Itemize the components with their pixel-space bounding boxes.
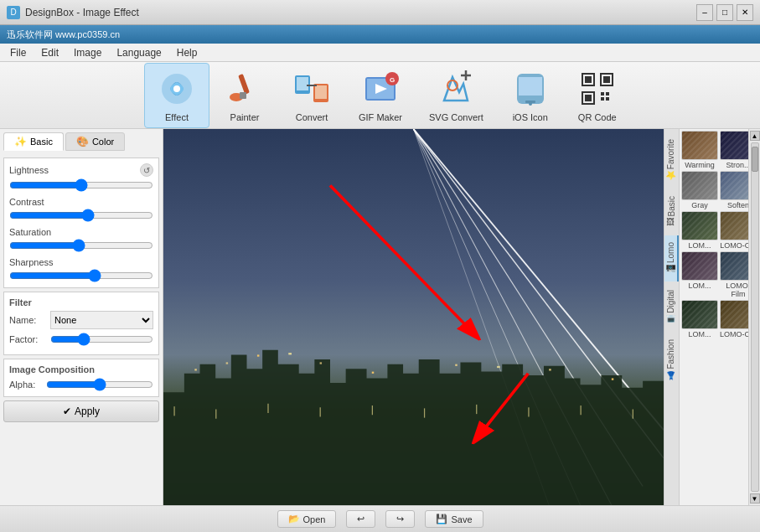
filter-factor-slider[interactable] (50, 333, 153, 346)
scrollbar: ▲ ▼ (748, 129, 760, 505)
main-content: ✨ Basic 🎨 Color Lightness ↺ Contrast (0, 129, 760, 505)
thumb-lomo-film-img (720, 251, 748, 281)
svg-rect-48 (320, 407, 321, 416)
minimize-button[interactable]: – (696, 4, 713, 21)
svg-rect-6 (297, 77, 308, 90)
menu-file[interactable]: File (3, 45, 33, 60)
gif-maker-icon: G (360, 69, 401, 109)
filter-section: Filter Name: None Blur Sharpen Edge Embo… (3, 292, 159, 355)
lightness-slider[interactable] (9, 178, 153, 192)
app-icon: D (7, 6, 20, 19)
toolbar-qr-code[interactable]: QR Code (566, 64, 629, 127)
thumb-strong-label: Stron... (726, 161, 748, 169)
toolbar-ios-label: iOS Icon (513, 112, 548, 122)
basic-cat-icon: 🖼 (666, 219, 676, 227)
watermark-text: 迅乐软件网 www.pc0359.cn (7, 28, 120, 41)
undo-button[interactable]: ↩ (346, 510, 375, 528)
toolbar-gif-label: GIF Maker (359, 112, 402, 122)
canvas-image[interactable] (163, 129, 664, 505)
fashion-cat-icon: 👗 (666, 371, 675, 381)
alpha-slider[interactable] (46, 378, 153, 391)
svg-line-34 (414, 129, 550, 505)
lightness-reset[interactable]: ↺ (140, 163, 153, 177)
cat-tab-fashion[interactable]: 👗 Fashion (664, 333, 679, 388)
cat-tab-basic[interactable]: 🖼 Basic (664, 189, 680, 233)
thumb-lomo-o-img (720, 300, 748, 329)
apply-button[interactable]: ✔ Apply (3, 400, 159, 422)
undo-icon: ↩ (357, 514, 364, 524)
thumb-lom2[interactable]: LOM... (681, 251, 718, 298)
toolbar-svg-convert[interactable]: SVG Convert (417, 64, 495, 127)
menu-language[interactable]: Language (110, 45, 168, 60)
cat-tab-favorite[interactable]: ⭐ Favorite (664, 132, 679, 188)
thumb-lom1-img (681, 211, 718, 240)
title-bar: D DesignBox - Image Effect – □ ✕ (0, 0, 760, 25)
close-button[interactable]: ✕ (737, 4, 753, 21)
svg-rect-45 (173, 406, 174, 416)
svg-line-30 (414, 129, 664, 458)
thumb-soften-img (720, 171, 748, 200)
menu-help[interactable]: Help (170, 45, 204, 60)
toolbar-svg-label: SVG Convert (429, 112, 483, 122)
convert-icon (292, 69, 332, 109)
toolbar-painter[interactable]: Painter (213, 64, 277, 127)
thumb-warming[interactable]: Warming (681, 131, 718, 169)
svg-rect-37 (257, 354, 259, 356)
open-label: Open (303, 514, 326, 524)
thumb-gray[interactable]: Gray (681, 171, 718, 209)
thumbnails-grid: Warming Stron... Gray Soften LOM... (680, 129, 748, 505)
contrast-slider[interactable] (9, 209, 153, 222)
canvas-area (163, 129, 664, 505)
scroll-down-button[interactable]: ▼ (750, 493, 760, 504)
save-label: Save (451, 514, 472, 524)
svg-rect-41 (455, 364, 457, 366)
save-button[interactable]: 💾 Save (425, 510, 483, 528)
thumb-warming-label: Warming (685, 161, 715, 169)
thumb-lomo-film[interactable]: LOMO-Film (720, 251, 748, 298)
thumb-lomo-old-label: LOMO-Old (720, 241, 748, 250)
scroll-up-button[interactable]: ▲ (750, 131, 760, 141)
svg-point-17 (529, 102, 532, 106)
alpha-row: Alpha: (9, 378, 153, 391)
scroll-track[interactable] (751, 142, 759, 492)
cat-tab-digital[interactable]: 💻 Digital (664, 283, 679, 332)
sharpness-slider[interactable] (9, 269, 153, 282)
right-panel: ⭐ Favorite 🖼 Basic 📷 Lomo 💻 Digital 👗 (664, 129, 760, 505)
thumb-lom2-label: LOM... (688, 281, 711, 290)
toolbar-qr-label: QR Code (578, 112, 617, 122)
tab-basic[interactable]: ✨ Basic (3, 132, 64, 151)
cat-tab-lomo[interactable]: 📷 Lomo (664, 235, 679, 281)
sharpness-row: Sharpness (9, 257, 153, 282)
thumb-lom3[interactable]: LOM... (681, 300, 718, 338)
thumb-lomo-old[interactable]: LOMO-Old (720, 211, 748, 250)
svg-rect-49 (372, 405, 373, 415)
scroll-thumb[interactable] (752, 147, 758, 172)
filter-factor-row: Factor: (9, 333, 153, 346)
saturation-slider[interactable] (9, 239, 153, 252)
sliders-section: Lightness ↺ Contrast Saturation Sharp (3, 158, 159, 288)
menu-edit[interactable]: Edit (34, 45, 65, 60)
tab-color[interactable]: 🎨 Color (65, 132, 125, 151)
thumb-lomo-o[interactable]: LOMO-O... (720, 300, 748, 338)
open-button[interactable]: 📂 Open (277, 510, 337, 528)
toolbar-effect[interactable]: Effect (144, 63, 209, 128)
thumb-lom1-label: LOM... (688, 241, 711, 250)
favorite-cat-icon: ⭐ (666, 171, 675, 181)
svg-rect-43 (549, 369, 551, 370)
toolbar-gif-maker[interactable]: G GIF Maker (347, 64, 414, 127)
thumb-soften[interactable]: Soften (720, 171, 748, 209)
thumb-lom1[interactable]: LOM... (681, 211, 718, 250)
maximize-button[interactable]: □ (716, 4, 733, 21)
svg-rect-8 (315, 85, 327, 99)
composition-title: Image Composition (9, 364, 153, 374)
alpha-label: Alpha: (9, 380, 43, 390)
toolbar-ios-icon[interactable]: iOS Icon (499, 64, 562, 127)
redo-button[interactable]: ↪ (385, 510, 415, 528)
cat-tab-digital-label: Digital (666, 290, 675, 313)
thumb-strong[interactable]: Stron... (720, 131, 748, 169)
toolbar-convert[interactable]: Convert (280, 64, 344, 127)
composition-section: Image Composition Alpha: (3, 359, 159, 397)
filter-name-select[interactable]: None Blur Sharpen Edge Emboss (50, 311, 153, 329)
menu-image[interactable]: Image (67, 45, 108, 60)
svg-rect-25 (606, 92, 609, 96)
